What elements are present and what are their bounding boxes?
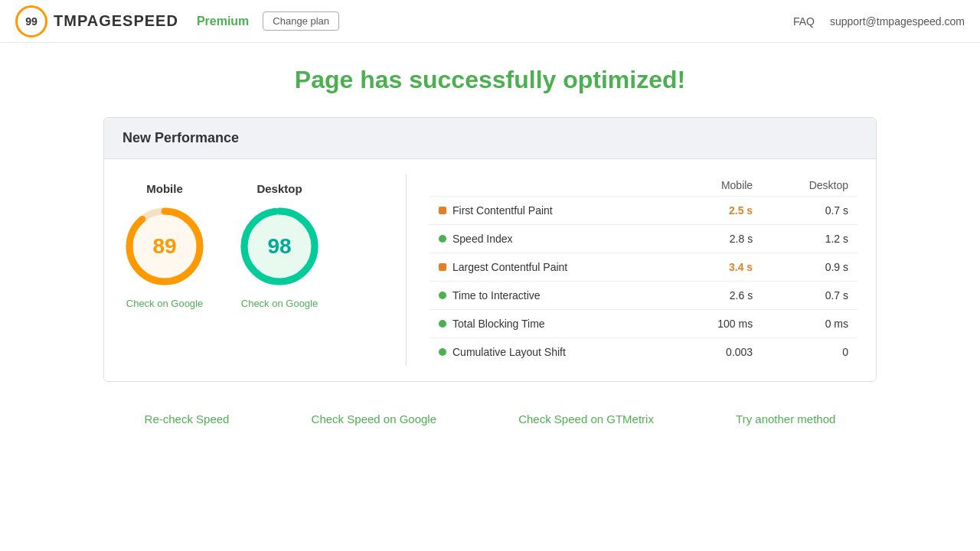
metric-mobile-val: 3.4 s: [673, 253, 762, 282]
mobile-score-value: 89: [152, 234, 176, 259]
metric-desktop-val: 1.2 s: [762, 225, 858, 253]
success-title: Page has successfully optimized!: [295, 66, 685, 94]
metric-desktop-val: 0: [762, 338, 858, 367]
faq-link[interactable]: FAQ: [793, 15, 815, 28]
metric-dot: [439, 207, 446, 214]
metric-desktop-val: 0.9 s: [762, 253, 858, 282]
perf-card-body: Mobile 89 Check on Google Deskto: [104, 159, 876, 381]
desktop-col-header: Desktop: [762, 174, 858, 197]
desktop-circle: 98: [237, 204, 322, 289]
metric-name-cell: Speed Index: [430, 225, 673, 253]
metric-dot: [439, 263, 446, 271]
perf-card-header: New Performance: [104, 118, 876, 159]
metric-col-header: [430, 174, 673, 197]
metrics-table: Mobile Desktop First Contentful Paint 2.…: [430, 174, 858, 366]
desktop-label: Desktop: [256, 182, 302, 195]
metric-name-cell: Largest Contentful Paint: [430, 253, 673, 282]
metric-name: Time to Interactive: [452, 289, 541, 302]
header-right: FAQ support@tmpagespeed.com: [793, 15, 965, 28]
mobile-col-header: Mobile: [673, 174, 762, 197]
desktop-score-value: 98: [267, 234, 291, 259]
logo-text: TMPAGESPEED: [54, 12, 178, 30]
bottom-links: Re-check SpeedCheck Speed on GoogleCheck…: [103, 405, 877, 433]
desktop-check-google-link[interactable]: Check on Google: [241, 298, 318, 309]
mobile-check-google-link[interactable]: Check on Google: [126, 298, 203, 309]
performance-card: New Performance Mobile 89: [103, 117, 877, 382]
metric-name: Largest Contentful Paint: [452, 261, 567, 273]
mobile-circle: 89: [122, 204, 207, 289]
logo-circle: 99: [15, 5, 47, 37]
metric-dot: [439, 320, 446, 328]
scores-section: Mobile 89 Check on Google Deskto: [122, 174, 383, 366]
metric-mobile-val: 0.003: [673, 338, 762, 367]
metrics-section: Mobile Desktop First Contentful Paint 2.…: [430, 174, 858, 366]
main-content: Page has successfully optimized! New Per…: [0, 43, 980, 448]
metric-row: Speed Index 2.8 s 1.2 s: [430, 225, 858, 253]
mobile-label: Mobile: [146, 182, 183, 195]
metric-row: Largest Contentful Paint 3.4 s 0.9 s: [430, 253, 858, 282]
header: 99 TMPAGESPEED Premium Change plan FAQ s…: [0, 0, 980, 43]
metric-mobile-val: 2.5 s: [673, 197, 762, 225]
section-divider: [406, 174, 407, 366]
metric-name: Total Blocking Time: [452, 318, 545, 330]
metric-mobile-val: 2.6 s: [673, 282, 762, 310]
metric-mobile-val: 100 ms: [673, 310, 762, 338]
metric-desktop-val: 0.7 s: [762, 282, 858, 310]
metric-name: First Contentful Paint: [452, 204, 553, 217]
logo-area: 99 TMPAGESPEED Premium Change plan: [15, 5, 339, 37]
metric-name: Cumulative Layout Shift: [452, 346, 566, 358]
metric-dot: [439, 235, 446, 243]
metric-name-cell: Cumulative Layout Shift: [430, 338, 673, 367]
support-email: support@tmpagespeed.com: [830, 15, 965, 28]
recheck-speed-link[interactable]: Re-check Speed: [145, 412, 230, 425]
metric-dot: [439, 348, 446, 356]
desktop-score-col: Desktop 98 Check on Google: [237, 182, 322, 309]
metric-name-cell: Time to Interactive: [430, 282, 673, 310]
metric-desktop-val: 0 ms: [762, 310, 858, 338]
premium-badge: Premium: [197, 15, 249, 28]
metric-row: Time to Interactive 2.6 s 0.7 s: [430, 282, 858, 310]
try-another-link[interactable]: Try another method: [736, 412, 835, 425]
metric-name-cell: Total Blocking Time: [430, 310, 673, 338]
metric-row: Total Blocking Time 100 ms 0 ms: [430, 310, 858, 338]
metric-row: Cumulative Layout Shift 0.003 0: [430, 338, 858, 367]
metric-dot: [439, 292, 446, 299]
check-google-link[interactable]: Check Speed on Google: [312, 412, 436, 425]
metric-name: Speed Index: [452, 233, 513, 245]
check-gtmetrix-link[interactable]: Check Speed on GTMetrix: [518, 412, 654, 425]
metric-row: First Contentful Paint 2.5 s 0.7 s: [430, 197, 858, 225]
metric-mobile-val: 2.8 s: [673, 225, 762, 253]
metric-name-cell: First Contentful Paint: [430, 197, 673, 225]
metric-desktop-val: 0.7 s: [762, 197, 858, 225]
change-plan-button[interactable]: Change plan: [263, 11, 339, 31]
mobile-score-col: Mobile 89 Check on Google: [122, 182, 207, 309]
